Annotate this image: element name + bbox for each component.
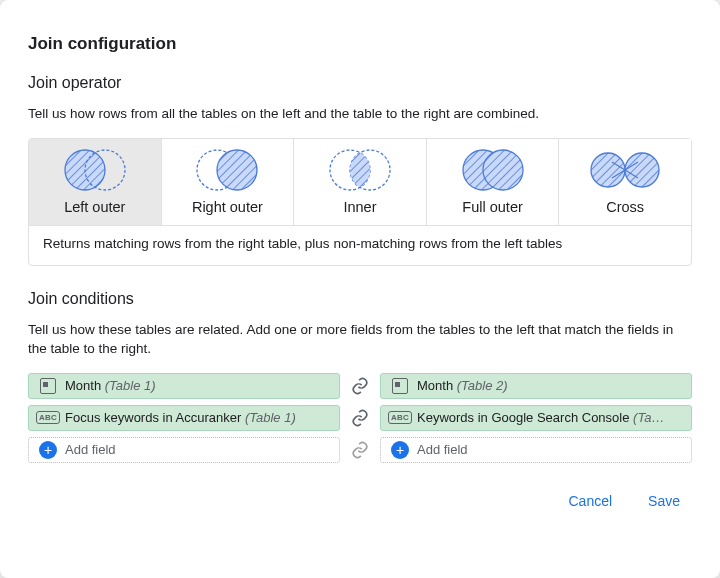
condition-right-field-table: (Ta… — [633, 410, 664, 425]
svg-point-7 — [217, 150, 257, 190]
link-icon — [340, 440, 380, 460]
abc-icon: ABC — [37, 411, 59, 424]
join-op-cross[interactable]: Cross — [559, 139, 691, 225]
plus-icon: + — [389, 441, 411, 459]
join-conditions-grid: Month (Table 1) Month (Table 2) ABC Focu… — [28, 373, 692, 463]
condition-right-field-name: Month — [417, 378, 453, 393]
cross-icon — [588, 147, 662, 193]
condition-left-field-table: (Table 1) — [105, 378, 156, 393]
right-outer-icon — [190, 147, 264, 193]
dialog-title: Join configuration — [28, 34, 692, 54]
join-op-left-outer-label: Left outer — [64, 199, 125, 215]
plus-icon: + — [37, 441, 59, 459]
join-configuration-dialog: Join configuration Join operator Tell us… — [0, 0, 720, 578]
condition-left-field[interactable]: ABC Focus keywords in Accuranker (Table … — [28, 405, 340, 431]
join-operator-heading: Join operator — [28, 74, 692, 92]
condition-left-field[interactable]: Month (Table 1) — [28, 373, 340, 399]
svg-point-20 — [591, 153, 625, 187]
condition-right-field[interactable]: Month (Table 2) — [380, 373, 692, 399]
dialog-actions: Cancel Save — [28, 487, 692, 515]
join-op-right-outer-label: Right outer — [192, 199, 263, 215]
full-outer-icon — [456, 147, 530, 193]
cancel-button[interactable]: Cancel — [564, 487, 616, 515]
left-outer-icon — [58, 147, 132, 193]
join-op-cross-label: Cross — [606, 199, 644, 215]
save-button[interactable]: Save — [644, 487, 684, 515]
calendar-icon — [389, 378, 411, 394]
join-operator-explain: Returns matching rows from the right tab… — [29, 226, 691, 265]
svg-point-21 — [625, 153, 659, 187]
join-operator-desc: Tell us how rows from all the tables on … — [28, 104, 692, 124]
join-op-inner[interactable]: Inner — [294, 139, 427, 225]
add-right-field[interactable]: + Add field — [380, 437, 692, 463]
join-op-full-outer[interactable]: Full outer — [427, 139, 560, 225]
add-left-field-label: Add field — [65, 442, 116, 457]
add-right-field-label: Add field — [417, 442, 468, 457]
condition-right-field-name: Keywords in Google Search Console — [417, 410, 629, 425]
join-operator-options: Left outer Right outer — [29, 139, 691, 226]
svg-point-17 — [483, 150, 523, 190]
calendar-icon — [37, 378, 59, 394]
join-conditions-desc: Tell us how these tables are related. Ad… — [28, 320, 692, 359]
join-op-inner-label: Inner — [343, 199, 376, 215]
abc-icon: ABC — [389, 411, 411, 424]
condition-left-field-name: Focus keywords in Accuranker — [65, 410, 241, 425]
inner-icon — [323, 147, 397, 193]
condition-left-field-table: (Table 1) — [245, 410, 296, 425]
join-op-left-outer[interactable]: Left outer — [29, 139, 162, 225]
join-operator-card: Left outer Right outer — [28, 138, 692, 266]
condition-left-field-name: Month — [65, 378, 101, 393]
join-conditions-heading: Join conditions — [28, 290, 692, 308]
condition-right-field[interactable]: ABC Keywords in Google Search Console (T… — [380, 405, 692, 431]
join-op-right-outer[interactable]: Right outer — [162, 139, 295, 225]
condition-right-field-table: (Table 2) — [457, 378, 508, 393]
link-icon — [340, 408, 380, 428]
join-op-full-outer-label: Full outer — [462, 199, 522, 215]
add-left-field[interactable]: + Add field — [28, 437, 340, 463]
link-icon — [340, 376, 380, 396]
